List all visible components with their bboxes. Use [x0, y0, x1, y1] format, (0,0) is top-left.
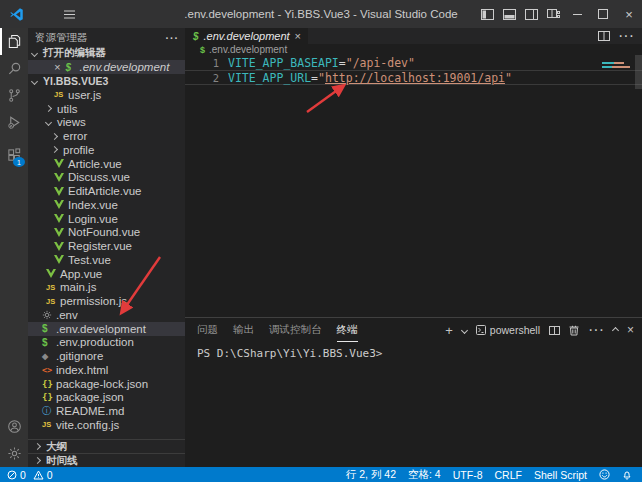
outline-section[interactable]: 大纲: [28, 439, 185, 453]
extensions-icon[interactable]: 1: [0, 142, 28, 169]
tree-item-.gitignore[interactable]: ◆.gitignore: [28, 349, 185, 363]
html-icon: <>: [42, 365, 56, 375]
chevron-right-icon: [34, 457, 41, 464]
tree-item-label: EditArticle.vue: [68, 185, 142, 197]
tree-item-main.js[interactable]: JSmain.js: [28, 281, 185, 295]
tree-item-permission.js[interactable]: JSpermission.js: [28, 294, 185, 308]
tree-item-EditArticle.vue[interactable]: EditArticle.vue: [28, 184, 185, 198]
panel-tab-调试控制台[interactable]: 调试控制台: [269, 318, 322, 342]
close-window-button[interactable]: ×: [616, 0, 642, 28]
settings-gear-icon[interactable]: [0, 440, 28, 467]
tree-item-Index.vue[interactable]: Index.vue: [28, 198, 185, 212]
tree-item-Login.vue[interactable]: Login.vue: [28, 212, 185, 226]
code-line-1[interactable]: 1VITE_APP_BASEAPI="/api-dev": [185, 55, 642, 70]
chevron-right-icon: [51, 146, 58, 153]
panel-tab-输出[interactable]: 输出: [233, 318, 254, 342]
breadcrumb[interactable]: $ .env.development: [185, 44, 642, 55]
project-root-header[interactable]: YI.BBS.VUE3: [28, 74, 185, 88]
kill-terminal-icon[interactable]: [569, 325, 579, 336]
status-item[interactable]: UTF-8: [453, 468, 483, 482]
tree-item-label: package-lock.json: [56, 378, 148, 390]
account-icon[interactable]: [0, 413, 28, 440]
minimap[interactable]: [602, 62, 632, 70]
panel-tab-终端[interactable]: 终端: [337, 318, 358, 342]
tree-item-utils[interactable]: utils: [28, 102, 185, 116]
tree-item-vite.config.js[interactable]: JSvite.config.js: [28, 418, 185, 432]
terminal-dropdown-icon[interactable]: [461, 326, 468, 333]
editor-more-actions-icon[interactable]: ···: [618, 27, 634, 45]
explorer-icon[interactable]: [0, 28, 28, 55]
close-panel-icon[interactable]: ×: [627, 323, 634, 337]
tree-item-NotFound.vue[interactable]: NotFound.vue: [28, 226, 185, 240]
bell-icon[interactable]: [622, 469, 632, 480]
close-icon[interactable]: ×: [54, 62, 60, 73]
timeline-section[interactable]: 时间线: [28, 453, 185, 467]
tree-item-.env[interactable]: .env: [28, 308, 185, 322]
tree-item-package.json[interactable]: {}package.json: [28, 391, 185, 405]
code-line-2[interactable]: 2VITE_APP_URL="http://localhost:19001/ap…: [185, 70, 642, 85]
code-token: VITE_APP_BASEAPI: [228, 56, 339, 70]
tab-env-development[interactable]: $ .env.development ×: [185, 28, 308, 44]
explorer-more-actions-icon[interactable]: ···: [166, 32, 180, 44]
shell-icon: $: [65, 62, 79, 73]
split-editor-icon[interactable]: [598, 31, 610, 41]
tree-item-.env.production[interactable]: $.env.production: [28, 336, 185, 350]
chevron-down-icon: [45, 119, 52, 126]
tree-item-Article.vue[interactable]: Article.vue: [28, 157, 185, 171]
tree-item-label: .gitignore: [56, 350, 103, 362]
shell-icon: $: [42, 337, 56, 348]
minimize-button[interactable]: [564, 0, 590, 28]
open-editor-item[interactable]: × $ .env.development: [28, 60, 185, 74]
status-item[interactable]: 行 2, 列 42: [346, 468, 396, 482]
status-item[interactable]: CRLF: [494, 468, 521, 482]
vscode-logo-icon: [9, 7, 24, 22]
tree-item-label: Discuss.vue: [68, 171, 130, 183]
tree-item-.env.development[interactable]: $.env.development: [28, 322, 185, 336]
open-editors-header[interactable]: 打开的编辑器: [28, 46, 185, 60]
tab-label: .env.development: [204, 30, 290, 42]
js-icon: JS: [42, 420, 56, 429]
extensions-badge: 1: [13, 157, 25, 167]
menu-hamburger-icon[interactable]: [64, 10, 75, 19]
terminal-content[interactable]: PS D:\CSharp\Yi\Yi.BBS.Vue3>: [185, 342, 642, 467]
problems-status[interactable]: 0 0: [0, 469, 53, 481]
tree-item-Register.vue[interactable]: Register.vue: [28, 239, 185, 253]
warning-count: 0: [47, 469, 53, 481]
split-terminal-icon[interactable]: [549, 326, 560, 335]
panel-tab-bar: 问题输出调试控制台终端 + powershell: [185, 318, 642, 342]
panel-tab-问题[interactable]: 问题: [197, 318, 218, 342]
code-editor[interactable]: 1VITE_APP_BASEAPI="/api-dev"2VITE_APP_UR…: [185, 55, 642, 317]
feedback-icon[interactable]: [599, 469, 610, 480]
tree-item-error[interactable]: error: [28, 129, 185, 143]
json-icon: {}: [42, 379, 56, 389]
run-debug-icon[interactable]: [0, 109, 28, 136]
status-item[interactable]: Shell Script: [534, 468, 587, 482]
tree-item-profile[interactable]: profile: [28, 143, 185, 157]
editor-scrollbar[interactable]: [635, 55, 642, 89]
toggle-sidebar-icon[interactable]: [476, 0, 498, 28]
tree-item-index.html[interactable]: <>index.html: [28, 363, 185, 377]
tree-item-Discuss.vue[interactable]: Discuss.vue: [28, 171, 185, 185]
tree-item-Test.vue[interactable]: Test.vue: [28, 253, 185, 267]
toggle-secondary-sidebar-icon[interactable]: [520, 0, 542, 28]
maximize-panel-icon[interactable]: [612, 326, 619, 333]
terminal-profile-button[interactable]: powershell: [476, 324, 540, 336]
search-icon[interactable]: [0, 55, 28, 82]
tree-item-label: Register.vue: [68, 240, 132, 252]
source-control-icon[interactable]: [0, 82, 28, 109]
panel-more-actions-icon[interactable]: ···: [588, 321, 604, 339]
customize-layout-icon[interactable]: [542, 0, 564, 28]
close-tab-icon[interactable]: ×: [295, 30, 301, 42]
tree-item-package-lock.json[interactable]: {}package-lock.json: [28, 377, 185, 391]
vscode-window: .env.development - Yi.BBS.Vue3 - Visual …: [0, 0, 642, 482]
tree-item-label: package.json: [56, 391, 124, 403]
tree-item-README.md[interactable]: ⓘREADME.md: [28, 404, 185, 418]
toggle-panel-icon[interactable]: [498, 0, 520, 28]
code-token: ": [505, 71, 512, 85]
tree-item-user.js[interactable]: JSuser.js: [28, 88, 185, 102]
maximize-button[interactable]: [590, 0, 616, 28]
tree-item-views[interactable]: views: [28, 116, 185, 130]
tree-item-App.vue[interactable]: App.vue: [28, 267, 185, 281]
status-item[interactable]: 空格: 4: [408, 468, 441, 482]
new-terminal-icon[interactable]: +: [445, 324, 453, 337]
